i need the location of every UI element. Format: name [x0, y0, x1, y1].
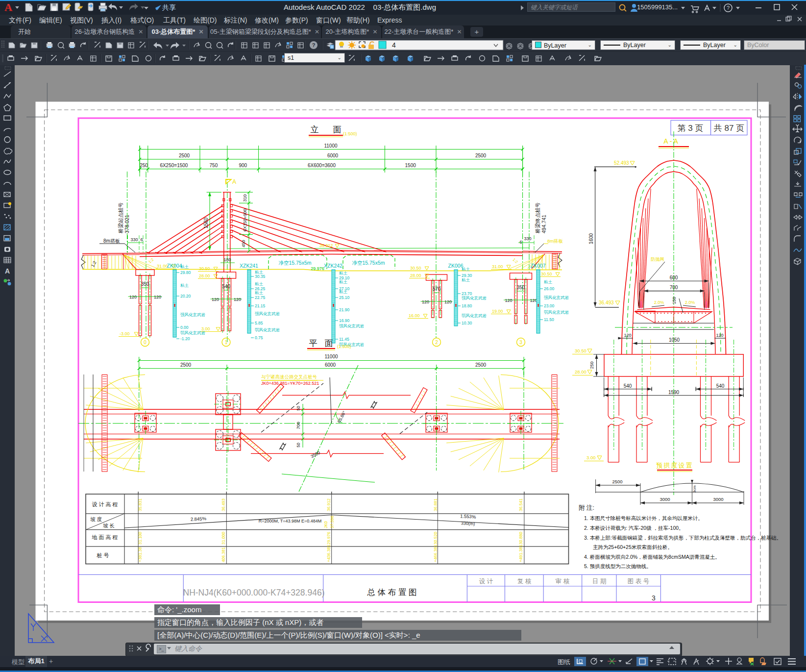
svg-text:弱风化玄武岩: 弱风化玄武岩 — [180, 330, 206, 335]
svg-text:3: 3 — [519, 340, 522, 345]
svg-text:540: 540 — [624, 383, 632, 389]
svg-text:1. 本图尺寸除桩号标高以米计外，其余均以厘米计。: 1. 本图尺寸除桩号标高以米计外，其余均以厘米计。 — [584, 515, 703, 521]
svg-text:37.396: 37.396 — [330, 516, 335, 528]
svg-text:250: 250 — [589, 361, 594, 369]
svg-text:0.75: 0.75 — [255, 335, 263, 340]
svg-text:图 表 号: 图 表 号 — [628, 578, 649, 585]
svg-text:406.381: 406.381 — [221, 547, 226, 562]
svg-text:粘土: 粘土 — [255, 270, 264, 274]
svg-text:弱风化玄武岩: 弱风化玄武岩 — [544, 310, 569, 315]
svg-text:120: 120 — [530, 298, 537, 303]
svg-text:21.15: 21.15 — [255, 303, 266, 308]
svg-text:26.00: 26.00 — [544, 286, 555, 291]
svg-text:粘土: 粘土 — [255, 281, 264, 286]
svg-text:粘土: 粘土 — [180, 283, 189, 288]
svg-text:20.20: 20.20 — [180, 294, 191, 299]
svg-text:16.90: 16.90 — [339, 318, 350, 323]
svg-text:30.880: 30.880 — [518, 532, 523, 545]
svg-text:3.00: 3.00 — [586, 455, 596, 460]
svg-text:310: 310 — [243, 194, 247, 201]
svg-text:JK0+436.381=YK70+262.521: JK0+436.381=YK70+262.521 — [261, 381, 319, 386]
svg-text:120: 120 — [505, 298, 512, 303]
svg-text:+491.381: +491.381 — [518, 545, 523, 562]
svg-text:120: 120 — [422, 299, 429, 304]
svg-text:18.80: 18.80 — [462, 303, 472, 308]
svg-text:600: 600 — [670, 275, 678, 280]
svg-text:29.976: 29.976 — [311, 266, 324, 271]
svg-text:弱风化玄武岩: 弱风化玄武岩 — [462, 313, 487, 318]
svg-text:3: 3 — [652, 594, 656, 602]
svg-text:330: 330 — [130, 237, 138, 242]
svg-text:日 期: 日 期 — [592, 578, 606, 585]
svg-text:粘土: 粘土 — [462, 267, 470, 272]
svg-text:11000: 11000 — [324, 354, 338, 359]
svg-text:36.493: 36.493 — [599, 300, 614, 305]
svg-text:1: 1 — [225, 340, 228, 345]
svg-text:28.00: 28.00 — [199, 274, 210, 278]
svg-text:36.493: 36.493 — [221, 498, 226, 511]
svg-text:180: 180 — [223, 257, 231, 262]
svg-text:坡 度: 坡 度 — [90, 516, 102, 522]
svg-text:弱风化玄武岩: 弱风化玄武岩 — [255, 327, 280, 332]
svg-text:2.0%: 2.0% — [685, 300, 695, 305]
svg-text:0: 0 — [144, 340, 147, 345]
svg-text:35.831: 35.831 — [138, 498, 143, 511]
svg-text:?: ? — [312, 42, 316, 48]
svg-text:28.00: 28.00 — [575, 369, 586, 374]
svg-text:(1:500): (1:500) — [337, 344, 351, 349]
svg-text:2500: 2500 — [612, 479, 622, 484]
svg-text:16.00: 16.00 — [409, 313, 420, 318]
svg-text:494.741: 494.741 — [541, 215, 547, 233]
svg-text:R=2000M, T=43.98M E=0.484M: R=2000M, T=43.98M E=0.484M — [259, 519, 322, 523]
svg-text:31.000: 31.000 — [221, 532, 226, 545]
svg-text:共 87 页: 共 87 页 — [714, 124, 744, 133]
svg-text:附 注:: 附 注: — [579, 504, 594, 511]
svg-text:3. 本桥上部:等截面钢箱梁，斜拉索塔为拱形，下部为柱式及薄: 3. 本桥上部:等截面钢箱梁，斜拉索塔为拱形，下部为柱式及薄壁墩，肋式台，桩基础… — [584, 535, 782, 541]
svg-text:XZK242: XZK242 — [324, 263, 342, 269]
svg-text:120: 120 — [154, 295, 161, 299]
svg-text:378.021: 378.021 — [124, 215, 130, 233]
svg-text:150: 150 — [672, 297, 677, 304]
svg-text:4. 桥面横坡为双向2.0%，桥面铺装为8cmSMA沥青混凝: 4. 桥面横坡为双向2.0%，桥面铺装为8cmSMA沥青混凝土。 — [584, 554, 720, 560]
svg-text:5. 预拱度线型为二次抛物线。: 5. 预拱度线型为二次抛物线。 — [584, 563, 652, 569]
svg-text:540: 540 — [716, 383, 725, 389]
svg-text:11000: 11000 — [324, 143, 338, 149]
svg-text:2: 2 — [435, 340, 438, 345]
svg-text:30.50: 30.50 — [541, 272, 552, 276]
svg-text:30.35: 30.35 — [255, 274, 266, 279]
svg-text:120: 120 — [624, 333, 631, 338]
svg-text:8m搭板: 8m搭板 — [547, 238, 563, 244]
svg-text:36.541: 36.541 — [518, 498, 523, 511]
svg-text:面: 面 — [325, 339, 333, 348]
svg-text:6000: 6000 — [325, 362, 336, 368]
svg-text:29.976: 29.976 — [326, 532, 331, 545]
svg-text:净空15.75x5m: 净空15.75x5m — [278, 260, 311, 266]
svg-text:桥梁终点桩号: 桥梁终点桩号 — [535, 202, 540, 234]
svg-text:36.912: 36.912 — [319, 243, 333, 248]
svg-text:NH-NJ4(K60+000.000-K74+328.946: NH-NJ4(K60+000.000-K74+328.946) — [183, 588, 325, 597]
svg-text:主跨为25+60+25米双索面斜拉桥。: 主跨为25+60+25米双索面斜拉桥。 — [593, 544, 673, 550]
svg-text:1600: 1600 — [588, 233, 594, 244]
svg-text:粘土: 粘土 — [339, 279, 348, 284]
svg-text:第 3 页: 第 3 页 — [678, 124, 704, 133]
svg-text:-3.00: -3.00 — [120, 331, 130, 336]
svg-text:120: 120 — [444, 299, 452, 304]
svg-text:1560: 1560 — [203, 217, 209, 228]
svg-text:防抛网: 防抛网 — [651, 257, 664, 262]
svg-text:31.100: 31.100 — [138, 532, 143, 545]
svg-text:3000: 3000 — [659, 497, 670, 502]
svg-text:预拱度设置: 预拱度设置 — [656, 462, 693, 469]
svg-text:1500: 1500 — [405, 163, 416, 168]
svg-text:11.45: 11.45 — [339, 337, 349, 342]
svg-text:120: 120 — [716, 333, 723, 338]
svg-text:31.00: 31.00 — [157, 264, 168, 269]
svg-text:30.50: 30.50 — [199, 266, 210, 271]
svg-text:2500: 2500 — [179, 153, 190, 158]
svg-text:桩 号: 桩 号 — [96, 552, 109, 558]
svg-text:36.881: 36.881 — [433, 498, 438, 511]
svg-text:XZK241: XZK241 — [240, 263, 258, 269]
svg-text:1050: 1050 — [669, 337, 680, 343]
svg-text:21.90: 21.90 — [339, 307, 350, 312]
svg-text:3cm: 3cm — [692, 485, 697, 493]
svg-text:6X600=3600: 6X600=3600 — [308, 163, 336, 168]
